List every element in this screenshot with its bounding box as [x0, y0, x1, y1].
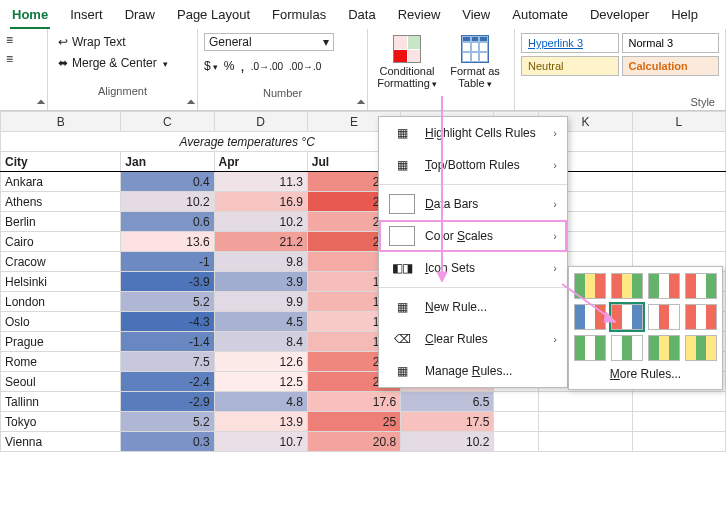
city-cell[interactable]: Berlin	[1, 212, 121, 232]
cell[interactable]	[539, 412, 632, 432]
currency-icon[interactable]: $	[204, 59, 218, 73]
color-scale-swatch-9[interactable]	[574, 335, 606, 361]
column-header[interactable]: B	[1, 112, 121, 132]
data-cell[interactable]: -2.4	[121, 372, 214, 392]
data-cell[interactable]: 17.5	[401, 412, 494, 432]
menu-manage-rules[interactable]: ▦ Manage Rules...	[379, 355, 567, 387]
city-cell[interactable]: Helsinki	[1, 272, 121, 292]
cell[interactable]	[494, 392, 539, 412]
cell[interactable]	[632, 432, 725, 452]
tab-automate[interactable]: Automate	[510, 4, 570, 29]
data-cell[interactable]: -1.4	[121, 332, 214, 352]
data-cell[interactable]: 10.2	[121, 192, 214, 212]
tab-view[interactable]: View	[460, 4, 492, 29]
data-cell[interactable]: 4.8	[214, 392, 307, 412]
city-cell[interactable]: Vienna	[1, 432, 121, 452]
data-cell[interactable]: 17.6	[307, 392, 400, 412]
menu-highlight-cells[interactable]: ▦ Highlight Cells Rules ›	[379, 117, 567, 149]
data-cell[interactable]: 21.2	[214, 232, 307, 252]
cell[interactable]	[494, 432, 539, 452]
decrease-decimal-icon[interactable]: .00→.0	[289, 61, 321, 72]
tab-home[interactable]: Home	[10, 4, 50, 29]
city-cell[interactable]: Prague	[1, 332, 121, 352]
menu-clear-rules[interactable]: ⌫ Clear Rules ›	[379, 323, 567, 355]
tab-developer[interactable]: Developer	[588, 4, 651, 29]
city-cell[interactable]: Athens	[1, 192, 121, 212]
city-cell[interactable]: Tokyo	[1, 412, 121, 432]
tab-insert[interactable]: Insert	[68, 4, 105, 29]
data-cell[interactable]: -1	[121, 252, 214, 272]
cell-style-normal[interactable]: Normal 3	[622, 33, 720, 53]
cell-style-neutral[interactable]: Neutral	[521, 56, 619, 76]
menu-top-bottom[interactable]: ▦ Top/Bottom Rules ›	[379, 149, 567, 181]
city-cell[interactable]: Cracow	[1, 252, 121, 272]
color-scale-swatch-4[interactable]	[685, 273, 717, 299]
menu-data-bars[interactable]: Data Bars ›	[379, 188, 567, 220]
data-cell[interactable]: -4.3	[121, 312, 214, 332]
cell-style-hyperlink[interactable]: Hyperlink 3	[521, 33, 619, 53]
data-cell[interactable]: 5.2	[121, 412, 214, 432]
data-cell[interactable]: 12.6	[214, 352, 307, 372]
cell[interactable]	[632, 412, 725, 432]
data-cell[interactable]: 16.9	[214, 192, 307, 212]
cell[interactable]	[632, 132, 725, 152]
data-cell[interactable]: 11.3	[214, 172, 307, 192]
data-cell[interactable]: 10.2	[401, 432, 494, 452]
more-rules-button[interactable]: More Rules...	[575, 361, 716, 383]
city-cell[interactable]: Oslo	[1, 312, 121, 332]
data-cell[interactable]: 5.2	[121, 292, 214, 312]
data-cell[interactable]: 13.6	[121, 232, 214, 252]
column-header[interactable]: C	[121, 112, 214, 132]
column-header[interactable]: L	[632, 112, 725, 132]
cell[interactable]	[632, 172, 725, 192]
column-header[interactable]: D	[214, 112, 307, 132]
data-cell[interactable]: 3.9	[214, 272, 307, 292]
data-cell[interactable]: 12.5	[214, 372, 307, 392]
color-scale-swatch-6[interactable]	[611, 304, 643, 330]
tab-review[interactable]: Review	[396, 4, 443, 29]
data-cell[interactable]: 8.4	[214, 332, 307, 352]
data-cell[interactable]: 0.4	[121, 172, 214, 192]
menu-color-scales[interactable]: Color Scales ›	[379, 220, 567, 252]
cell[interactable]	[632, 192, 725, 212]
data-cell[interactable]: -3.9	[121, 272, 214, 292]
data-cell[interactable]: 4.5	[214, 312, 307, 332]
color-scale-swatch-10[interactable]	[611, 335, 643, 361]
tab-data[interactable]: Data	[346, 4, 377, 29]
color-scale-swatch-7[interactable]	[648, 304, 680, 330]
color-scale-swatch-12[interactable]	[685, 335, 717, 361]
cell[interactable]	[539, 432, 632, 452]
format-as-table-button[interactable]: Format as Table	[442, 33, 508, 92]
align-middle-icon[interactable]: ≡	[6, 52, 22, 68]
cell[interactable]	[632, 232, 725, 252]
cell[interactable]	[539, 392, 632, 412]
data-cell[interactable]: 7.5	[121, 352, 214, 372]
data-cell[interactable]: 20.8	[307, 432, 400, 452]
cell[interactable]	[632, 212, 725, 232]
color-scale-swatch-5[interactable]	[574, 304, 606, 330]
percent-icon[interactable]: %	[224, 59, 235, 73]
data-cell[interactable]: 10.7	[214, 432, 307, 452]
cell[interactable]	[494, 412, 539, 432]
data-cell[interactable]: 13.9	[214, 412, 307, 432]
city-cell[interactable]: Rome	[1, 352, 121, 372]
tab-formulas[interactable]: Formulas	[270, 4, 328, 29]
data-cell[interactable]: 25	[307, 412, 400, 432]
color-scale-swatch-2[interactable]	[611, 273, 643, 299]
tab-page-layout[interactable]: Page Layout	[175, 4, 252, 29]
comma-icon[interactable]: ,	[240, 57, 244, 75]
wrap-text-button[interactable]: ↩Wrap Text	[54, 33, 191, 51]
city-cell[interactable]: Seoul	[1, 372, 121, 392]
merge-center-button[interactable]: ⬌Merge & Center	[54, 54, 191, 72]
city-cell[interactable]: Cairo	[1, 232, 121, 252]
data-cell[interactable]: 10.2	[214, 212, 307, 232]
increase-decimal-icon[interactable]: .0→.00	[251, 61, 283, 72]
cell[interactable]	[632, 152, 725, 172]
color-scale-swatch-3[interactable]	[648, 273, 680, 299]
color-scale-swatch-8[interactable]	[685, 304, 717, 330]
number-format-select[interactable]: General▾	[204, 33, 334, 51]
conditional-formatting-button[interactable]: Conditional Formatting	[374, 33, 440, 92]
city-cell[interactable]: Ankara	[1, 172, 121, 192]
data-cell[interactable]: 9.9	[214, 292, 307, 312]
tab-help[interactable]: Help	[669, 4, 700, 29]
